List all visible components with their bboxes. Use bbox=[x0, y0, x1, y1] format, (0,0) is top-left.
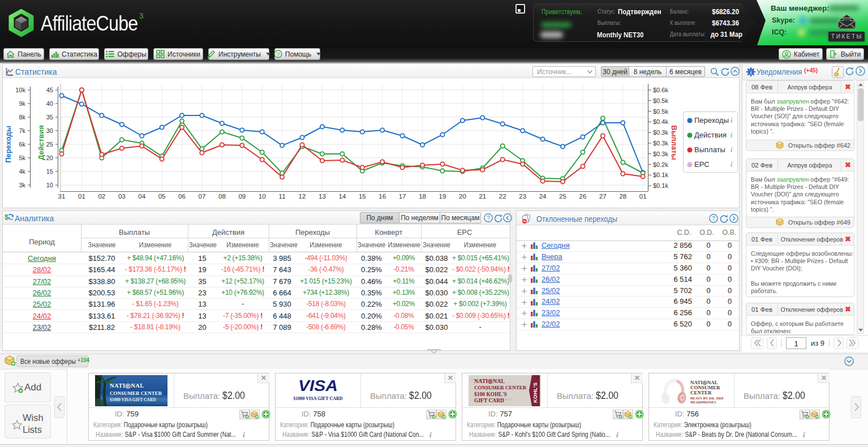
svg-text:45: 45 bbox=[46, 87, 53, 93]
svg-text:$0.1k: $0.1k bbox=[653, 182, 668, 189]
svg-text:16: 16 bbox=[379, 193, 386, 200]
svg-text:07: 07 bbox=[199, 193, 206, 200]
svg-text:01: 01 bbox=[78, 193, 85, 200]
svg-text:22: 22 bbox=[499, 193, 506, 200]
svg-text:20: 20 bbox=[459, 193, 466, 200]
svg-text:Переходы: Переходы bbox=[694, 116, 729, 124]
svg-text:CENTER: CENTER bbox=[690, 390, 712, 396]
svg-text:13: 13 bbox=[319, 193, 326, 200]
svg-text:15: 15 bbox=[359, 193, 366, 200]
svg-text:17: 17 bbox=[399, 193, 406, 200]
svg-text:03: 03 bbox=[118, 193, 126, 200]
svg-text:$0.1k: $0.1k bbox=[653, 171, 668, 178]
svg-text:6k: 6k bbox=[19, 141, 25, 148]
svg-text:$0.3k: $0.3k bbox=[653, 129, 668, 136]
svg-text:Выплаты: Выплаты bbox=[694, 145, 725, 154]
svg-text:08: 08 bbox=[218, 193, 226, 200]
svg-text:04: 04 bbox=[138, 193, 145, 200]
svg-text:28: 28 bbox=[619, 193, 626, 200]
svg-text:10: 10 bbox=[46, 182, 53, 188]
svg-text:10: 10 bbox=[259, 193, 266, 200]
svg-text:7k: 7k bbox=[19, 127, 25, 134]
svg-text:$0.3k: $0.3k bbox=[653, 140, 668, 147]
svg-text:BEATS BY DR. DRE: BEATS BY DR. DRE bbox=[690, 396, 724, 400]
svg-text:Действия: Действия bbox=[694, 131, 727, 139]
svg-text:02: 02 bbox=[98, 193, 105, 200]
svg-text:GIFT CARD: GIFT CARD bbox=[474, 398, 504, 403]
svg-text:Выплаты: Выплаты bbox=[670, 125, 678, 160]
svg-text:25: 25 bbox=[559, 193, 566, 200]
svg-text:VISA: VISA bbox=[298, 377, 338, 394]
svg-text:?: ? bbox=[487, 215, 490, 221]
svg-text:05: 05 bbox=[158, 193, 166, 200]
svg-text:Переходы: Переходы bbox=[4, 126, 12, 163]
svg-text:$: $ bbox=[5, 213, 9, 221]
svg-text:10k: 10k bbox=[15, 87, 25, 93]
svg-text:14: 14 bbox=[339, 193, 346, 200]
svg-text:15: 15 bbox=[46, 168, 53, 175]
svg-text:$0.5k: $0.5k bbox=[653, 97, 668, 104]
svg-text:20: 20 bbox=[46, 154, 53, 161]
svg-text:30: 30 bbox=[46, 127, 53, 134]
svg-text:$0.6k: $0.6k bbox=[653, 87, 668, 93]
svg-text:NATI◎NAL: NATI◎NAL bbox=[474, 378, 505, 384]
svg-text:18: 18 bbox=[419, 193, 426, 200]
svg-text:25: 25 bbox=[46, 141, 53, 148]
svg-text:9k: 9k bbox=[19, 100, 25, 107]
svg-text:NATI◎NAL: NATI◎NAL bbox=[110, 382, 144, 389]
svg-text:$0.3k: $0.3k bbox=[653, 151, 668, 157]
svg-text:8k: 8k bbox=[19, 114, 25, 121]
svg-text:24: 24 bbox=[539, 193, 547, 200]
svg-text:$0.5k: $0.5k bbox=[653, 108, 668, 115]
svg-text:35: 35 bbox=[46, 114, 53, 121]
svg-text:CONSUMER CENTER: CONSUMER CENTER bbox=[110, 390, 162, 396]
svg-text:01: 01 bbox=[639, 193, 647, 200]
svg-text:?: ? bbox=[277, 51, 280, 57]
svg-text:$1000 VISA GIFT CARD: $1000 VISA GIFT CARD bbox=[110, 397, 156, 402]
svg-text:4k: 4k bbox=[19, 168, 25, 175]
svg-text:$0.2k: $0.2k bbox=[653, 161, 668, 168]
svg-text:21: 21 bbox=[479, 193, 486, 200]
svg-text:$1000 VISA GIFT CARD: $1000 VISA GIFT CARD bbox=[293, 396, 342, 401]
svg-text:$100 KOHL'S: $100 KOHL'S bbox=[474, 392, 507, 397]
svg-text:11: 11 bbox=[279, 193, 286, 200]
svg-text:CONSUMER CENTER: CONSUMER CENTER bbox=[474, 385, 527, 390]
svg-text:26: 26 bbox=[579, 193, 587, 200]
svg-text:12: 12 bbox=[299, 193, 306, 200]
svg-text:?: ? bbox=[712, 216, 715, 222]
svg-text:KOHL'S: KOHL'S bbox=[532, 382, 538, 403]
svg-text:5k: 5k bbox=[19, 154, 25, 161]
svg-text:23: 23 bbox=[519, 193, 526, 200]
svg-text:40: 40 bbox=[46, 100, 53, 107]
svg-text:$0.4k: $0.4k bbox=[653, 118, 668, 125]
svg-text:19: 19 bbox=[439, 193, 446, 200]
svg-text:06: 06 bbox=[178, 193, 186, 200]
svg-text:HEADPHONES: HEADPHONES bbox=[690, 400, 716, 404]
svg-text:EPC: EPC bbox=[694, 160, 710, 169]
svg-text:Действия: Действия bbox=[37, 125, 45, 160]
svg-text:09: 09 bbox=[238, 193, 246, 200]
svg-text:27: 27 bbox=[599, 193, 607, 200]
svg-text:31: 31 bbox=[58, 193, 66, 200]
svg-text:3k: 3k bbox=[19, 182, 25, 188]
